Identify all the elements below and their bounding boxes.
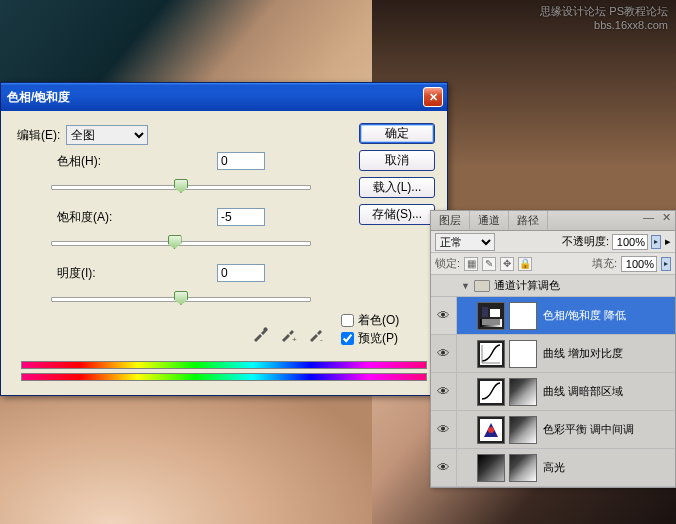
layer-name: 色相/饱和度 降低	[543, 308, 626, 323]
eyedropper-icon[interactable]	[251, 325, 269, 343]
layer-row[interactable]: 👁 色相/饱和度 降低	[431, 297, 675, 335]
layer-group-header[interactable]: ▼ 通道计算调色	[431, 275, 675, 297]
layer-name: 高光	[543, 460, 565, 475]
hue-input[interactable]	[217, 152, 265, 170]
adjustment-thumb	[477, 378, 505, 406]
eyedropper-minus-icon[interactable]: -	[307, 325, 325, 343]
visibility-icon[interactable]: 👁	[431, 411, 457, 448]
tab-layers[interactable]: 图层	[431, 211, 470, 230]
dialog-title: 色相/饱和度	[7, 89, 423, 106]
dialog-body: 编辑(E): 全图 色相(H): 饱和度(A):	[1, 111, 447, 395]
triangle-down-icon[interactable]: ▼	[461, 281, 470, 291]
hue-label: 色相(H):	[51, 153, 151, 170]
sat-label: 饱和度(A):	[51, 209, 151, 226]
panel-lock-row: 锁定: ▦ ✎ ✥ 🔒 填充: ▸	[431, 253, 675, 275]
fill-input[interactable]	[621, 256, 657, 272]
hue-thumb[interactable]	[174, 179, 188, 193]
lock-all-icon[interactable]: 🔒	[518, 257, 532, 271]
layer-row[interactable]: 👁 曲线 调暗部区域	[431, 373, 675, 411]
hue-slider[interactable]	[51, 177, 311, 197]
close-button[interactable]: ✕	[423, 87, 443, 107]
checkboxes: 着色(O) 预览(P)	[341, 311, 399, 347]
layer-name: 曲线 调暗部区域	[543, 384, 623, 399]
lock-transparency-icon[interactable]: ▦	[464, 257, 478, 271]
layer-name: 色彩平衡 调中间调	[543, 422, 634, 437]
watermark-line2: bbs.16xx8.com	[540, 18, 668, 32]
tab-channels[interactable]: 通道	[470, 211, 509, 230]
lock-paint-icon[interactable]: ✎	[482, 257, 496, 271]
visibility-icon[interactable]: 👁	[431, 297, 457, 334]
lock-label: 锁定:	[435, 256, 460, 271]
sat-thumb[interactable]	[168, 235, 182, 249]
panel-options: 正常 不透明度: ▸ ▸	[431, 231, 675, 253]
fill-label: 填充:	[592, 256, 617, 271]
visibility-icon[interactable]: 👁	[431, 449, 457, 486]
edit-dropdown[interactable]: 全图	[66, 125, 148, 145]
titlebar[interactable]: 色相/饱和度 ✕	[1, 83, 447, 111]
dialog-buttons: 确定 取消 载入(L)... 存储(S)...	[359, 123, 435, 225]
panel-menu-icon[interactable]: ▸	[665, 235, 671, 248]
svg-rect-3	[482, 319, 500, 325]
svg-text:+: +	[292, 335, 297, 343]
sat-input[interactable]	[217, 208, 265, 226]
svg-text:-: -	[320, 335, 323, 343]
layers-list: ▼ 通道计算调色 👁 色相/饱和度 降低 👁 曲线 增加对比度 👁 曲线 调暗部…	[431, 275, 675, 487]
tab-paths[interactable]: 路径	[509, 211, 548, 230]
watermark: 思缘设计论坛 PS教程论坛 bbs.16xx8.com	[540, 4, 668, 33]
sat-row: 饱和度(A):	[51, 207, 311, 253]
sliders: 色相(H): 饱和度(A): 明度(I):	[51, 151, 311, 319]
hue-saturation-dialog: 色相/饱和度 ✕ 编辑(E): 全图 色相(H): 饱和度(A):	[0, 82, 448, 396]
lig-slider[interactable]	[51, 289, 311, 309]
colorize-checkbox[interactable]: 着色(O)	[341, 311, 399, 329]
mask-thumb	[509, 340, 537, 368]
layer-row[interactable]: 👁 色彩平衡 调中间调	[431, 411, 675, 449]
mask-thumb	[509, 378, 537, 406]
watermark-line1: 思缘设计论坛 PS教程论坛	[540, 4, 668, 18]
lig-row: 明度(I):	[51, 263, 311, 309]
preview-checkbox[interactable]: 预览(P)	[341, 329, 399, 347]
eyedroppers: + -	[251, 325, 325, 343]
layers-panel: 图层 通道 路径 — ✕ 正常 不透明度: ▸ ▸ 锁定: ▦ ✎ ✥ 🔒 填充…	[430, 210, 676, 488]
spectrum-bars	[21, 361, 427, 383]
spectrum-top	[21, 361, 427, 369]
svg-point-12	[488, 427, 494, 433]
spectrum-bottom	[21, 373, 427, 381]
svg-rect-4	[482, 307, 488, 317]
layer-row[interactable]: 👁 曲线 增加对比度	[431, 335, 675, 373]
layer-row[interactable]: 👁 高光	[431, 449, 675, 487]
panel-tabs: 图层 通道 路径 — ✕	[431, 211, 675, 231]
lig-input[interactable]	[217, 264, 265, 282]
pixel-thumb	[477, 454, 505, 482]
adjustment-thumb	[477, 416, 505, 444]
cancel-button[interactable]: 取消	[359, 150, 435, 171]
lig-label: 明度(I):	[51, 265, 151, 282]
folder-icon	[474, 280, 490, 292]
lock-move-icon[interactable]: ✥	[500, 257, 514, 271]
fill-arrow-icon[interactable]: ▸	[661, 257, 671, 271]
svg-rect-5	[490, 309, 500, 317]
opacity-input[interactable]	[612, 234, 648, 250]
adjustment-thumb	[477, 340, 505, 368]
opacity-arrow-icon[interactable]: ▸	[651, 235, 661, 249]
opacity-label: 不透明度:	[562, 234, 609, 249]
save-button[interactable]: 存储(S)...	[359, 204, 435, 225]
sat-slider[interactable]	[51, 233, 311, 253]
load-button[interactable]: 载入(L)...	[359, 177, 435, 198]
edit-label: 编辑(E):	[17, 127, 60, 144]
group-name: 通道计算调色	[494, 278, 560, 293]
ok-button[interactable]: 确定	[359, 123, 435, 144]
panel-minimize-icon[interactable]: —	[639, 211, 658, 230]
panel-close-icon[interactable]: ✕	[658, 211, 675, 230]
mask-thumb	[509, 454, 537, 482]
mask-thumb	[509, 416, 537, 444]
hue-row: 色相(H):	[51, 151, 311, 197]
visibility-icon[interactable]: 👁	[431, 335, 457, 372]
blend-mode-dropdown[interactable]: 正常	[435, 233, 495, 251]
lig-thumb[interactable]	[174, 291, 188, 305]
layer-name: 曲线 增加对比度	[543, 346, 623, 361]
adjustment-thumb	[477, 302, 505, 330]
edit-row: 编辑(E): 全图	[17, 125, 148, 145]
mask-thumb	[509, 302, 537, 330]
eyedropper-plus-icon[interactable]: +	[279, 325, 297, 343]
visibility-icon[interactable]: 👁	[431, 373, 457, 410]
